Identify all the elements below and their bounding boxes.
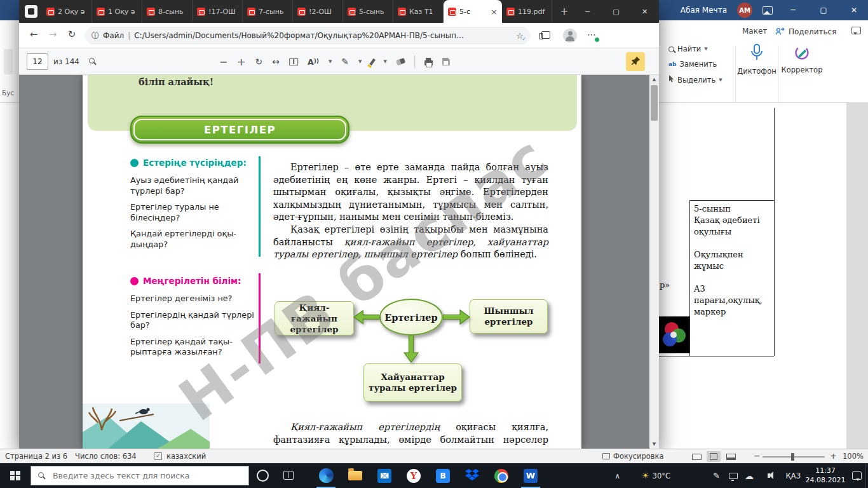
pin-toolbar-button[interactable] [626, 52, 645, 71]
arrow-down-icon [403, 336, 419, 366]
browser-tab[interactable]: !17-ОШ [193, 0, 243, 23]
back-icon[interactable]: ← [27, 29, 41, 40]
eraser-icon[interactable] [396, 58, 405, 65]
pdf-search-icon[interactable] [89, 58, 95, 64]
edge-minimize-button[interactable]: ─ [573, 0, 602, 23]
browser-tab[interactable]: 7-сынь [243, 0, 293, 23]
tray-weather[interactable]: ☀ 30°C [642, 463, 670, 488]
action-center-icon[interactable] [852, 463, 862, 488]
word-account-name[interactable]: Абая Мечта [681, 6, 727, 15]
page-view-icon[interactable] [289, 58, 298, 65]
browser-tab[interactable]: !2-ОШ [293, 0, 343, 23]
picture-icon[interactable] [763, 6, 773, 15]
search-input[interactable] [31, 466, 249, 485]
browser-tab[interactable]: Каз Т1 [393, 0, 444, 23]
search-icon [668, 46, 674, 52]
save-icon[interactable] [442, 58, 450, 65]
taskbar-app-yandex[interactable]: Y [399, 463, 428, 488]
taskbar-app-mail[interactable] [370, 463, 399, 488]
taskbar-app-explorer[interactable] [341, 463, 370, 488]
status-focus[interactable]: Фокусировка [613, 452, 664, 461]
task-view-icon[interactable] [283, 471, 294, 480]
browser-tab[interactable]: 2 Оқу ә [42, 0, 92, 23]
browser-tab[interactable]: 1 Оқу ә [92, 0, 142, 23]
comments-icon[interactable] [851, 27, 861, 34]
chevron-down-icon[interactable]: ▼ [329, 59, 332, 64]
zoom-slider-thumb[interactable] [791, 453, 794, 461]
taskbar-app-word[interactable]: W [516, 463, 545, 488]
taskbar-app-dropbox[interactable] [458, 463, 487, 488]
browser-tab[interactable]: 8-сынь [142, 0, 193, 23]
tray-pen-icon[interactable]: ✎ [713, 463, 720, 488]
start-button[interactable] [0, 463, 31, 488]
status-word-count[interactable]: Число слов: 634 [75, 452, 137, 461]
replace-button[interactable]: ab Заменить [668, 60, 717, 69]
draw-pen-icon[interactable]: ✎ [341, 57, 349, 67]
show-desktop-button[interactable] [865, 463, 868, 488]
pdf-scrollbar[interactable]: ▲ ▼ [649, 75, 659, 449]
pdf-page-input[interactable]: 12 [27, 53, 48, 70]
zoom-out-icon[interactable]: − [219, 56, 227, 68]
scroll-up-icon[interactable]: ▲ [649, 77, 659, 82]
edge-maximize-button[interactable]: ▢ [602, 0, 630, 23]
tray-language[interactable]: ҚАЗ [786, 463, 801, 488]
tray-onedrive-icon[interactable]: ☁ [745, 463, 754, 488]
print-icon[interactable] [424, 60, 433, 65]
web-layout-button[interactable] [724, 451, 738, 462]
collections-icon[interactable] [541, 31, 550, 39]
tab-close-icon[interactable]: × [491, 8, 498, 16]
tab-layout[interactable]: Макет [742, 27, 767, 36]
refresh-icon[interactable]: ↻ [65, 29, 79, 40]
browser-tab[interactable]: 119.pdf [502, 0, 552, 23]
zoom-in-icon[interactable]: + [237, 56, 245, 68]
body-paragraph: Қазақ ертегілері өзінің тақырыбы мен маз… [273, 224, 548, 261]
tray-clock[interactable]: 11:37 24.08.2021 [805, 466, 846, 485]
select-button[interactable]: Выделить ▼ [668, 75, 722, 85]
browser-tab[interactable]: 5-сынь [343, 0, 393, 23]
taskbar-search[interactable] [31, 466, 249, 485]
read-aloud-icon[interactable]: A)) [308, 57, 319, 67]
scroll-down-icon[interactable]: ▼ [649, 442, 659, 447]
tray-network-icon[interactable] [729, 463, 738, 488]
status-language[interactable]: казахский [166, 452, 206, 461]
info-icon[interactable]: ⓘ [92, 30, 99, 41]
cortana-icon[interactable] [257, 470, 269, 482]
zoom-in-button[interactable]: + [830, 451, 837, 461]
chevron-down-icon[interactable]: ▼ [358, 59, 362, 64]
word-close-button[interactable]: ✕ [844, 6, 864, 15]
highlighter-icon[interactable] [370, 58, 376, 65]
word-account-avatar[interactable]: АМ [737, 3, 752, 18]
edge-close-button[interactable]: ✕ [630, 0, 659, 23]
sidebar-question: Ауыз әдебиетінің қандай түрлері бар? [130, 175, 259, 196]
tray-volume-icon[interactable] [768, 463, 770, 488]
read-mode-button[interactable] [689, 451, 703, 462]
profile-avatar[interactable] [563, 29, 577, 43]
forward-icon[interactable]: → [46, 29, 60, 40]
dropbox-icon [465, 468, 479, 484]
taskbar-app-chrome[interactable] [487, 463, 516, 488]
scrollbar-thumb[interactable] [651, 85, 658, 121]
find-button[interactable]: Найти ▼ [668, 44, 708, 53]
word-minimize-button[interactable]: ─ [783, 6, 803, 15]
zoom-out-button[interactable]: − [754, 451, 761, 461]
print-layout-button[interactable] [707, 451, 721, 462]
status-page-number[interactable]: Страница 2 из 6 [5, 452, 67, 461]
address-bar[interactable]: ⓘ Файл | C:/Users/admin/Documents/Новый%… [85, 27, 530, 44]
word-restore-button[interactable]: ▢ [813, 6, 834, 15]
rotate-icon[interactable]: ↻ [255, 57, 262, 67]
proofing-icon[interactable]: ✓ [154, 452, 162, 460]
taskbar-app-vk[interactable]: В [428, 463, 458, 488]
zoom-level[interactable]: 100% [843, 452, 864, 461]
fit-width-icon[interactable]: ↔ [272, 57, 280, 67]
browser-tab-active[interactable]: 5-с× [444, 0, 502, 23]
tray-show-hidden-icons[interactable]: ∧ [615, 463, 620, 488]
favorite-star-icon[interactable]: ☆ [516, 31, 524, 41]
taskbar-app-edge[interactable] [311, 463, 341, 488]
dictate-button[interactable]: Диктофон [738, 43, 775, 76]
window-icon[interactable] [25, 5, 37, 18]
editor-button[interactable]: Корректор [782, 44, 822, 74]
chevron-down-icon[interactable]: ▼ [383, 59, 386, 64]
new-tab-button[interactable]: + [558, 5, 571, 18]
sidebar-question: Ертегілер дегеніміз не? [130, 294, 259, 304]
share-button[interactable]: Поделиться [770, 24, 841, 40]
